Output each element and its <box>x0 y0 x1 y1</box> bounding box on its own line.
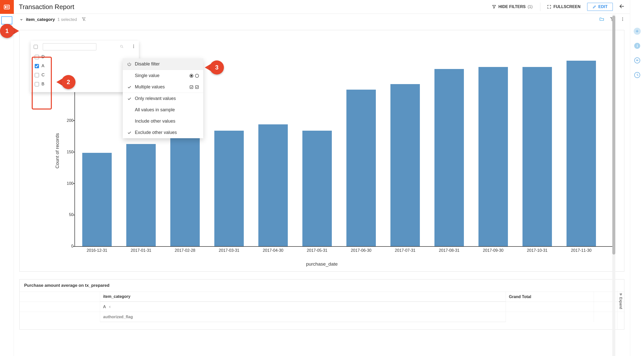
filter-option-B[interactable]: B <box>34 80 136 89</box>
bar[interactable] <box>302 131 332 246</box>
svg-rect-2 <box>7 6 9 7</box>
filter-dropdown-more-button[interactable] <box>131 44 136 50</box>
menu-item-exclude-other-values[interactable]: Exclude other values <box>123 127 203 138</box>
annotation-2: 2 <box>56 75 75 89</box>
edit-button[interactable]: EDIT <box>587 3 613 11</box>
x-tick-label: 2017-03-31 <box>219 248 239 253</box>
svg-rect-21 <box>190 86 193 89</box>
filter-option-checkbox[interactable] <box>35 73 39 77</box>
pivot-row-a[interactable]: A <box>100 302 506 312</box>
filter-option-label: D <box>42 54 45 59</box>
info-button[interactable]: i <box>634 42 641 49</box>
filter-option-A[interactable]: A <box>34 61 136 70</box>
menu-item-multiple-values[interactable]: Multiple values <box>123 81 203 93</box>
hide-filters-label: HIDE FILTERS <box>498 5 526 9</box>
fullscreen-icon <box>547 5 551 9</box>
vertical-scrollbar[interactable] <box>612 15 615 356</box>
bar[interactable] <box>258 124 288 246</box>
power-icon <box>127 62 132 66</box>
y-tick-label: 100 <box>67 181 73 186</box>
bar[interactable] <box>346 90 376 246</box>
menu-item-disable-filter[interactable]: Disable filter <box>123 58 203 70</box>
annotation-3: 3 <box>205 60 224 75</box>
check-icon <box>127 85 132 89</box>
annotation-1: 1 <box>0 24 19 38</box>
svg-point-7 <box>622 19 623 19</box>
bar[interactable] <box>126 144 156 246</box>
filter-expand-caret[interactable] <box>19 18 24 21</box>
y-tick-label: 50 <box>69 212 73 217</box>
svg-point-19 <box>190 75 192 77</box>
clock-icon <box>634 72 640 78</box>
add-tile-button[interactable]: + <box>634 28 641 35</box>
menu-item-only-relevant-values[interactable]: Only relevant values <box>123 93 203 104</box>
bar[interactable] <box>434 69 464 246</box>
menu-item-include-other-values[interactable]: Include other values <box>123 116 203 127</box>
bar[interactable] <box>478 67 508 246</box>
history-button[interactable] <box>634 72 641 79</box>
menu-item-all-values-in-sample[interactable]: All values in sample <box>123 104 203 116</box>
menu-item-label: Multiple values <box>135 84 186 90</box>
checkbox-pair-icon <box>189 85 199 89</box>
x-tick-label: 2017-06-30 <box>351 248 372 253</box>
search-icon <box>120 45 124 50</box>
filter-option-checkbox[interactable] <box>35 82 39 86</box>
edit-label: EDIT <box>598 5 608 9</box>
svg-rect-22 <box>195 86 198 89</box>
x-tick-label: 2017-10-31 <box>527 248 548 253</box>
app-logo[interactable] <box>0 0 14 14</box>
bar[interactable] <box>522 67 552 246</box>
scrollbar-thumb[interactable] <box>612 16 615 255</box>
svg-point-8 <box>622 20 623 21</box>
filter-field-name: item_category <box>26 17 55 22</box>
y-tick-label: 0 <box>71 244 73 248</box>
left-thumbnail-strip <box>0 0 14 356</box>
separator <box>540 3 540 11</box>
filter-options-button[interactable] <box>620 17 625 23</box>
fullscreen-button[interactable]: FULLSCREEN <box>543 5 585 9</box>
filter-option-checkbox[interactable] <box>35 64 39 68</box>
x-axis-labels: 2016-12-312017-01-312017-02-282017-03-31… <box>75 248 614 254</box>
bar[interactable] <box>82 153 112 246</box>
hide-filters-button[interactable]: HIDE FILTERS (1) <box>487 5 538 9</box>
bar[interactable] <box>170 133 200 246</box>
svg-point-17 <box>133 47 134 48</box>
folder-button[interactable] <box>599 17 604 23</box>
x-tick-label: 2017-02-28 <box>175 248 195 253</box>
filter-bar: item_category 1 selected <box>14 14 630 25</box>
page-thumbnail-1[interactable] <box>1 16 12 24</box>
filter-option-D[interactable]: D <box>34 52 136 61</box>
menu-item-single-value[interactable]: Single value <box>123 70 203 81</box>
pivot-title: Purchase amount average on tx_prepared <box>20 279 624 292</box>
bar[interactable] <box>567 61 596 246</box>
double-chevron-down-icon <box>619 292 623 296</box>
clear-filter-button[interactable] <box>82 17 86 23</box>
select-all-checkbox[interactable] <box>34 45 38 49</box>
filter-option-C[interactable]: C <box>34 70 136 80</box>
filter-context-menu: Disable filterSingle valueMultiple value… <box>123 58 203 138</box>
comments-button[interactable] <box>634 57 641 64</box>
back-button[interactable] <box>619 3 625 10</box>
x-tick-label: 2017-07-31 <box>395 248 416 253</box>
bar[interactable] <box>214 131 244 246</box>
info-icon: i <box>634 43 640 49</box>
page-title: Transaction Report <box>19 3 74 11</box>
menu-item-label: Only relevant values <box>135 96 199 101</box>
menu-item-label: Include other values <box>135 119 199 124</box>
y-axis-title: Count of records <box>55 133 60 168</box>
check-icon <box>127 96 132 101</box>
bar[interactable] <box>390 84 420 246</box>
expand-pivot-button[interactable]: Expand <box>617 291 624 329</box>
filter-icon <box>492 5 496 9</box>
x-tick-label: 2017-04-30 <box>263 248 284 253</box>
svg-rect-3 <box>7 7 9 8</box>
filter-selected-count: 1 selected <box>57 17 77 22</box>
x-tick-label: 2017-05-31 <box>307 248 328 253</box>
filter-option-checkbox[interactable] <box>35 55 39 59</box>
pivot-tile[interactable]: Purchase amount average on tx_prepared i… <box>19 279 624 330</box>
filter-search-input[interactable] <box>43 43 96 50</box>
right-rail: + i <box>630 0 644 356</box>
expand-label: Expand <box>619 297 623 309</box>
menu-item-label: Single value <box>135 73 186 78</box>
x-axis-line <box>74 246 614 247</box>
